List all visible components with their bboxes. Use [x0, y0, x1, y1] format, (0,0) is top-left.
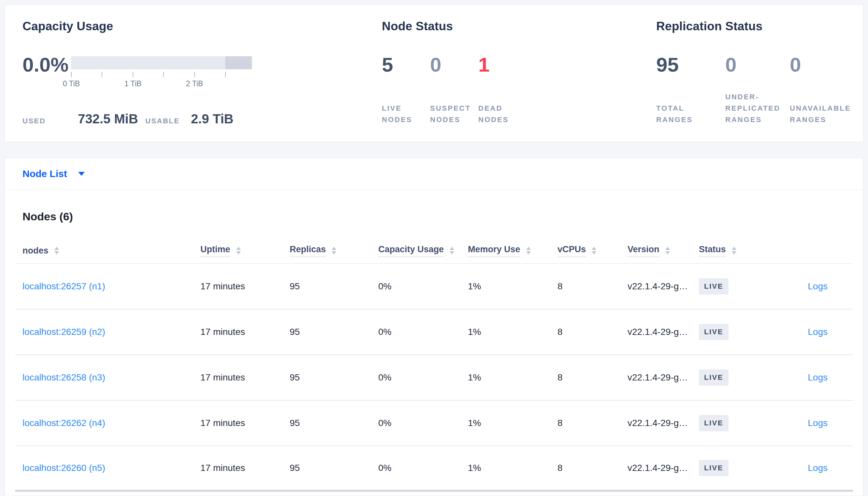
node-list-dropdown-label: Node List [23, 168, 67, 179]
capacity-usage-cell: 0% [378, 463, 468, 473]
sort-icon[interactable] [236, 247, 241, 254]
unavailable-ranges-label: UNAVAILABLE RANGES [790, 103, 851, 125]
total-ranges-value: 95 [656, 53, 725, 77]
node-link[interactable]: localhost:26258 (n3) [23, 372, 105, 383]
replicas-cell: 95 [290, 463, 378, 473]
column-header-vcpus[interactable]: vCPUs [557, 244, 628, 257]
under-replicated-ranges-value: 0 [725, 53, 790, 77]
sort-icon[interactable] [732, 247, 736, 254]
column-label: vCPUs [557, 244, 586, 257]
column-label: Replicas [290, 244, 326, 257]
logs-link[interactable]: Logs [808, 372, 827, 383]
vcpus-cell: 8 [557, 372, 628, 383]
capacity-axis-ticks [71, 72, 252, 77]
suspect-nodes-label: SUSPECT NODES [430, 103, 478, 125]
uptime-cell: 17 minutes [200, 281, 290, 292]
unavailable-ranges-value: 0 [790, 53, 851, 77]
stat-under-replicated-ranges: 0 UNDER- REPLICATED RANGES [725, 53, 790, 125]
capacity-usage-title: Capacity Usage [23, 19, 382, 33]
replicas-cell: 95 [290, 327, 378, 337]
node-link[interactable]: localhost:26259 (n2) [23, 327, 105, 337]
node-list-dropdown[interactable]: Node List [23, 168, 85, 179]
sort-icon[interactable] [55, 247, 59, 254]
status-badge: LIVE [699, 415, 729, 431]
memory-use-cell: 1% [468, 372, 557, 383]
capacity-usage-cell: 0% [378, 372, 468, 383]
used-value: 732.5 MiB [78, 112, 145, 126]
column-label: Uptime [200, 244, 230, 257]
axis-tick [225, 72, 226, 77]
capacity-usage-section: Capacity Usage 0.0% [5, 5, 382, 142]
uptime-cell: 17 minutes [200, 372, 290, 383]
logs-link[interactable]: Logs [808, 281, 827, 291]
column-header-nodes[interactable]: nodes [15, 246, 200, 256]
column-label: Status [699, 244, 726, 257]
stat-suspect-nodes: 0 SUSPECT NODES [430, 53, 478, 125]
usable-label: USABLE [145, 117, 191, 125]
sort-icon[interactable] [526, 247, 531, 254]
status-badge: LIVE [699, 324, 729, 340]
column-header-capacity-usage[interactable]: Capacity Usage [378, 244, 468, 257]
sort-icon[interactable] [665, 247, 670, 254]
axis-label: 2 TiB [186, 79, 203, 88]
chevron-down-icon [78, 172, 85, 176]
column-label: Memory Use [468, 244, 520, 257]
cluster-overview-page: Capacity Usage 0.0% [0, 0, 868, 496]
vcpus-cell: 8 [557, 463, 628, 473]
uptime-cell: 17 minutes [200, 418, 290, 428]
memory-use-cell: 1% [468, 327, 557, 337]
uptime-cell: 17 minutes [200, 463, 290, 473]
replicas-cell: 95 [290, 418, 378, 428]
column-label: Version [628, 244, 659, 257]
node-link[interactable]: localhost:26257 (n1) [23, 281, 105, 291]
sort-icon[interactable] [450, 247, 454, 254]
column-header-memory-use[interactable]: Memory Use [468, 244, 557, 257]
replicas-cell: 95 [290, 372, 378, 383]
version-cell: v22.1.4-29-g… [628, 463, 699, 473]
stat-live-nodes: 5 LIVE NODES [382, 53, 430, 125]
status-badge: LIVE [699, 278, 729, 295]
sort-icon[interactable] [592, 247, 596, 254]
node-link[interactable]: localhost:26260 (n5) [23, 463, 105, 473]
column-header-replicas[interactable]: Replicas [290, 244, 378, 257]
live-nodes-value: 5 [382, 53, 430, 77]
axis-label: 0 TiB [63, 79, 80, 88]
view-selector-bar: Node List [4, 158, 864, 189]
stat-total-ranges: 95 TOTAL RANGES [656, 53, 725, 125]
axis-tick [133, 72, 133, 77]
stat-unavailable-ranges: 0 UNAVAILABLE RANGES [790, 53, 851, 125]
usable-value: 2.9 TiB [191, 112, 233, 126]
suspect-nodes-value: 0 [430, 53, 478, 77]
nodes-table-panel: Nodes (6) nodes Uptime Replicas Capacity… [4, 189, 864, 496]
nodes-heading: Nodes (6) [23, 210, 853, 223]
capacity-bar-track [71, 56, 252, 69]
version-cell: v22.1.4-29-g… [628, 327, 699, 337]
column-header-uptime[interactable]: Uptime [200, 244, 290, 257]
column-label: Capacity Usage [378, 244, 444, 257]
table-row: localhost:26257 (n1) 17 minutes 95 0% 1%… [15, 264, 853, 310]
capacity-usage-cell: 0% [378, 327, 468, 337]
axis-tick [194, 72, 195, 77]
table-row: localhost:26259 (n2) 17 minutes 95 0% 1%… [15, 310, 853, 355]
sort-icon[interactable] [332, 247, 336, 254]
node-link[interactable]: localhost:26262 (n4) [23, 418, 105, 428]
column-header-status[interactable]: Status [699, 244, 780, 257]
uptime-cell: 17 minutes [200, 327, 290, 337]
capacity-usage-cell: 0% [378, 418, 468, 428]
logs-link[interactable]: Logs [808, 463, 827, 473]
capacity-usage-summary: USED 732.5 MiB USABLE 2.9 TiB [23, 112, 382, 126]
status-badge: LIVE [699, 369, 729, 386]
memory-use-cell: 1% [468, 463, 557, 473]
capacity-bar-dark-segment [225, 56, 252, 69]
total-ranges-label: TOTAL RANGES [656, 103, 725, 125]
replication-status-title: Replication Status [656, 19, 863, 33]
vcpus-cell: 8 [557, 418, 628, 428]
logs-link[interactable]: Logs [808, 327, 827, 337]
stat-dead-nodes: 1 DEAD NODES [478, 53, 509, 125]
logs-link[interactable]: Logs [808, 418, 827, 428]
column-header-version[interactable]: Version [628, 244, 699, 257]
capacity-bar-chart: 0 TiB 1 TiB 2 TiB [71, 53, 252, 88]
node-status-title: Node Status [382, 19, 656, 33]
vcpus-cell: 8 [557, 327, 628, 337]
live-nodes-label: LIVE NODES [382, 103, 430, 125]
